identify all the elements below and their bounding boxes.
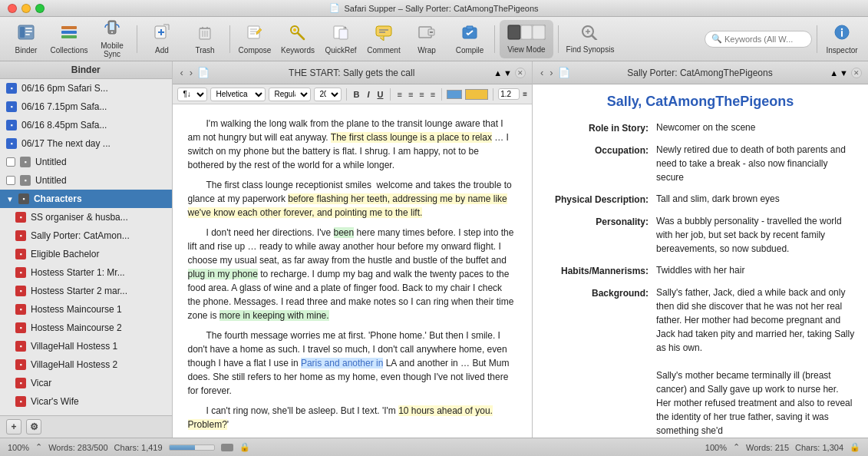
close-button[interactable] bbox=[8, 4, 17, 13]
sidebar-item-char6[interactable]: ▪ Hostess Maincourse 1 bbox=[0, 300, 172, 319]
char-icon-11: ▪ bbox=[15, 396, 26, 407]
right-panel-title: Sally Porter: CatAmongThePigeons bbox=[573, 68, 827, 78]
left-zoom-stepper[interactable]: ⌃ bbox=[35, 442, 42, 452]
sidebar-add-button[interactable]: + bbox=[6, 419, 21, 435]
comment-button[interactable]: Comment bbox=[364, 20, 404, 58]
field-value-4[interactable]: Twiddles with her hair bbox=[656, 263, 856, 278]
left-zoom[interactable]: 100% bbox=[8, 443, 29, 452]
sidebar-item-3[interactable]: ▪ 06/16 8.45pm Safa... bbox=[0, 116, 172, 134]
field-value-1[interactable]: Newly retired due to death of both paren… bbox=[656, 143, 856, 184]
compile-button[interactable]: Compile bbox=[450, 20, 490, 58]
main-area: Binder ▪ 06/16 6pm Safari S... ▪ 06/16 7… bbox=[0, 61, 868, 438]
quickref-button[interactable]: QuickRef bbox=[321, 20, 361, 58]
view-mode-button[interactable]: View Mode bbox=[500, 20, 553, 58]
sidebar-item-char9[interactable]: ▪ VillageHall Hostess 2 bbox=[0, 355, 172, 374]
sidebar-group-characters[interactable]: ▼ ▪ Characters bbox=[0, 190, 172, 208]
weight-select[interactable]: Regular bbox=[269, 88, 311, 101]
sidebar-char-label-2: Sally Porter: CatAmon... bbox=[31, 230, 130, 241]
sidebar-item-char1[interactable]: ▪ SS organiser & husba... bbox=[0, 208, 172, 226]
doc-icon-5: ▪ bbox=[20, 157, 31, 167]
align-right-button[interactable]: ≡ bbox=[417, 90, 425, 99]
window-controls[interactable] bbox=[8, 4, 45, 13]
sidebar-char-label-1: SS organiser & husba... bbox=[31, 212, 128, 223]
find-synopsis-button[interactable]: Find Synopsis bbox=[563, 20, 617, 58]
right-zoom-stepper[interactable]: ⌃ bbox=[733, 442, 740, 452]
align-justify-button[interactable]: ≡ bbox=[429, 90, 437, 99]
align-center-button[interactable]: ≡ bbox=[407, 90, 414, 99]
keywords-label: Keywords bbox=[281, 46, 315, 55]
right-panel-forward[interactable]: › bbox=[548, 67, 554, 78]
left-panel-forward[interactable]: › bbox=[188, 67, 194, 78]
wrap-button[interactable]: Wrap bbox=[407, 20, 447, 58]
sidebar-item-char8[interactable]: ▪ VillageHall Hostess 1 bbox=[0, 337, 172, 355]
field-value-0[interactable]: Newcomer on the scene bbox=[656, 121, 856, 135]
size-select[interactable]: 20 bbox=[314, 88, 342, 101]
paragraph-style-select[interactable]: ¶↓ bbox=[177, 88, 207, 101]
sidebar-item-vicars-wife[interactable]: ▪ Vicar's Wife bbox=[0, 392, 172, 411]
sidebar-item-char2[interactable]: ▪ Sally Porter: CatAmon... bbox=[0, 226, 172, 245]
keywords-button[interactable]: Keywords bbox=[278, 20, 318, 58]
align-left-button[interactable]: ≡ bbox=[395, 90, 403, 99]
left-panel-up-arrow[interactable]: ▲ bbox=[493, 68, 502, 78]
inspector-button[interactable]: Inspector bbox=[822, 20, 862, 58]
left-panel-back[interactable]: ‹ bbox=[179, 67, 185, 78]
add-button[interactable]: Add bbox=[142, 20, 182, 58]
sidebar-item-untitled-2[interactable]: ▪ Untitled bbox=[0, 171, 172, 190]
font-select[interactable]: Helvetica bbox=[210, 88, 266, 101]
svg-rect-3 bbox=[25, 31, 32, 32]
italic-button[interactable]: I bbox=[365, 90, 371, 99]
sidebar-settings-button[interactable]: ⚙ bbox=[26, 419, 41, 435]
checkbox-1[interactable] bbox=[6, 157, 15, 167]
right-zoom[interactable]: 100% bbox=[705, 443, 727, 452]
line-spacing-input[interactable] bbox=[498, 88, 520, 100]
svg-rect-7 bbox=[61, 35, 77, 38]
binder-icon bbox=[17, 24, 35, 44]
trash-button[interactable]: Trash bbox=[185, 20, 225, 58]
search-input[interactable] bbox=[724, 35, 805, 44]
sidebar-item-4[interactable]: ▪ 06/17 The next day ... bbox=[0, 134, 172, 153]
checkbox-2[interactable] bbox=[6, 176, 15, 185]
search-box[interactable]: 🔍 bbox=[705, 31, 812, 48]
sidebar-item-label-5: Untitled bbox=[35, 157, 67, 167]
sidebar-item-char4[interactable]: ▪ Hostess Starter 1: Mr... bbox=[0, 263, 172, 282]
bold-button[interactable]: B bbox=[351, 90, 362, 99]
left-panel-down-arrow[interactable]: ▼ bbox=[503, 68, 512, 78]
sidebar-item-char7[interactable]: ▪ Hostess Maincourse 2 bbox=[0, 319, 172, 337]
comment-icon bbox=[375, 24, 393, 44]
underline-button[interactable]: U bbox=[375, 90, 386, 99]
maximize-button[interactable] bbox=[35, 4, 45, 13]
field-row-0: Role in Story: Newcomer on the scene bbox=[545, 121, 856, 135]
minimize-button[interactable] bbox=[21, 4, 31, 13]
left-panel-close[interactable]: ✕ bbox=[515, 68, 526, 78]
sidebar-item-char3[interactable]: ▪ Eligible Bachelor bbox=[0, 245, 172, 263]
search-icon: 🔍 bbox=[711, 34, 722, 44]
field-value-5[interactable]: Sally's father, Jack, died a while back … bbox=[656, 286, 856, 438]
field-value-3[interactable]: Was a bubbly personality - travelled the… bbox=[656, 214, 856, 256]
right-panel-back[interactable]: ‹ bbox=[539, 67, 545, 78]
highlight-color-box[interactable] bbox=[465, 89, 488, 100]
field-row-4: Habits/Mannerisms: Twiddles with her hai… bbox=[545, 263, 856, 278]
spacing-stepper[interactable]: ≡ bbox=[523, 90, 527, 98]
right-panel-down-arrow[interactable]: ▼ bbox=[840, 68, 848, 78]
sidebar-item-untitled-1[interactable]: ▪ Untitled bbox=[0, 153, 172, 171]
field-value-2[interactable]: Tall and slim, dark brown eyes bbox=[656, 192, 856, 207]
right-panel-up-arrow[interactable]: ▲ bbox=[830, 68, 838, 78]
svg-rect-23 bbox=[508, 25, 520, 39]
left-panel-doc-icon: 📄 bbox=[197, 67, 210, 78]
left-editor-content[interactable]: I'm walking the long walk from the plane… bbox=[173, 104, 533, 438]
right-panel-close[interactable]: ✕ bbox=[851, 68, 862, 78]
mobile-sync-button[interactable]: Mobile Sync bbox=[92, 20, 132, 58]
sidebar-item-char5[interactable]: ▪ Hostess Starter 2 mar... bbox=[0, 282, 172, 300]
char-icon-3: ▪ bbox=[15, 249, 26, 259]
char-icon-5: ▪ bbox=[15, 286, 26, 296]
sidebar-item-2[interactable]: ▪ 06/16 7.15pm Safa... bbox=[0, 97, 172, 116]
sidebar-item-vicar[interactable]: ▪ Vicar bbox=[0, 374, 172, 392]
content-para-1: I'm walking the long walk from the plane… bbox=[188, 117, 517, 172]
collections-button[interactable]: Collections bbox=[49, 20, 89, 58]
svg-rect-24 bbox=[521, 25, 532, 39]
binder-button[interactable]: Binder bbox=[6, 20, 46, 58]
sidebar-item-1[interactable]: ▪ 06/16 6pm Safari S... bbox=[0, 79, 172, 97]
compose-button[interactable]: Compose bbox=[235, 20, 275, 58]
inspector-content[interactable]: Sally, CatAmongThePigeons Role in Story:… bbox=[533, 84, 868, 438]
text-color-box[interactable] bbox=[447, 90, 462, 99]
